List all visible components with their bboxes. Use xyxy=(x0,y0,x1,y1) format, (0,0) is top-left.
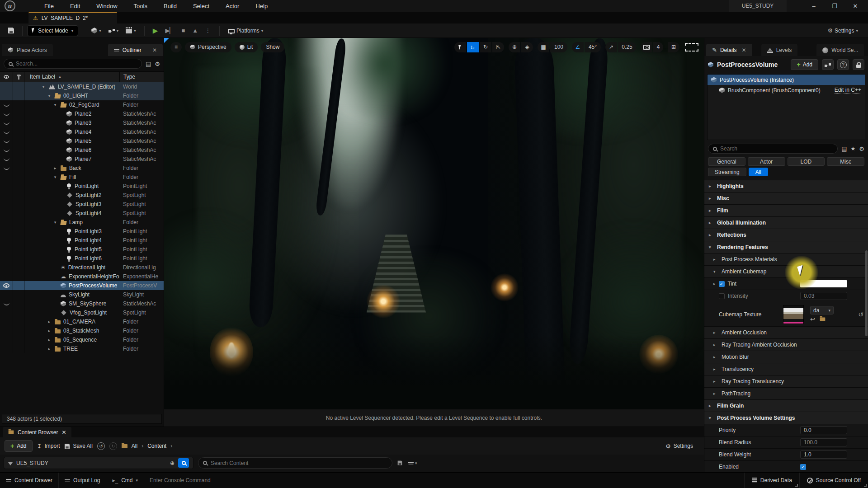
display-options-icon[interactable]: ▤ xyxy=(841,145,847,152)
outliner-row[interactable]: ▾ LV_SAMPLE_D (Editor) World xyxy=(0,82,164,91)
expander-icon[interactable]: ▸ xyxy=(47,347,52,351)
visibility-eye-icon[interactable] xyxy=(4,302,9,305)
back-button[interactable]: ↺ xyxy=(97,442,105,450)
stop-button[interactable]: ■ xyxy=(178,25,189,37)
close-tab-icon[interactable]: ✕ xyxy=(742,47,746,53)
breadcrumb-content[interactable]: Content xyxy=(147,443,166,449)
tab-details[interactable]: ✎ Details ✕ xyxy=(706,44,752,56)
breadcrumb-all[interactable]: All xyxy=(132,443,137,449)
expander-icon[interactable]: ▸ xyxy=(47,328,52,333)
eject-button[interactable]: ▲ xyxy=(189,25,202,37)
outliner-row[interactable]: PointLight PointLight xyxy=(0,182,164,191)
filter-chip[interactable]: LOD xyxy=(788,157,825,166)
visibility-eye-icon[interactable] xyxy=(4,122,9,125)
outliner-row[interactable]: ▾ 02_FogCard Folder xyxy=(0,100,164,109)
platforms-dropdown[interactable]: Platforms ▾ xyxy=(224,25,267,37)
import-button[interactable]: ↧ Import xyxy=(37,443,60,450)
reset-property-icon[interactable]: ↺ xyxy=(858,311,863,318)
grid-snap-value[interactable]: 100 xyxy=(550,42,567,52)
details-subsection[interactable]: ▸Ray Tracing Translucency xyxy=(704,375,868,388)
unreal-logo-icon[interactable]: u xyxy=(5,0,15,11)
outliner-row[interactable]: Vfog_SpotLight SpotLight xyxy=(0,308,164,317)
console-command-input[interactable]: Enter Console Command xyxy=(144,477,293,483)
outliner-row[interactable]: Plane7 StaticMeshAc xyxy=(0,155,164,164)
expander-icon[interactable]: ▾ xyxy=(47,94,52,98)
edit-in-cpp-link[interactable]: Edit in C++ xyxy=(835,87,861,94)
use-selected-asset-icon[interactable]: ↩ xyxy=(810,316,815,323)
menu-item[interactable]: Tools xyxy=(127,1,154,11)
blueprint-convert-button[interactable] xyxy=(822,59,834,70)
save-search-icon[interactable] xyxy=(397,460,402,465)
details-category-rendering-features[interactable]: ▾Rendering Features xyxy=(704,241,868,253)
intensity-checkbox[interactable] xyxy=(719,293,725,299)
sort-filter-button[interactable]: ▾ xyxy=(408,460,417,466)
play-options-button[interactable]: ⋮ xyxy=(202,25,215,37)
expander-icon[interactable]: ▸ xyxy=(47,338,52,342)
details-category[interactable]: ▸Misc xyxy=(704,192,868,205)
tab-levels[interactable]: Levels xyxy=(761,44,798,56)
details-subsection[interactable]: ▸PathTracing xyxy=(704,388,868,400)
cubemap-asset-dropdown[interactable]: da▾ xyxy=(810,306,834,314)
cinematics-button[interactable]: ▾ xyxy=(122,25,140,37)
derived-data-button[interactable]: Derived Data xyxy=(744,473,799,488)
blueprints-button[interactable]: ▾ xyxy=(105,25,123,37)
outliner-row[interactable]: Plane3 StaticMeshAc xyxy=(0,118,164,127)
outliner-row[interactable]: SkyLight SkyLight xyxy=(0,290,164,299)
menu-item[interactable]: Window xyxy=(90,1,123,11)
details-category[interactable]: ▸Film xyxy=(704,205,868,217)
minimize-button[interactable]: – xyxy=(809,3,818,9)
outliner-row[interactable]: Plane5 StaticMeshAc xyxy=(0,136,164,145)
column-item-label[interactable]: Item Label▲ xyxy=(24,74,119,80)
expander-icon[interactable]: ▾ xyxy=(52,175,58,179)
cmd-dropdown[interactable]: ▸_ Cmd ▾ xyxy=(106,473,144,488)
save-button[interactable] xyxy=(5,25,18,37)
outliner-row[interactable]: ▸ 03_StaticMesh Folder xyxy=(0,326,164,335)
property-value-input[interactable]: 1.0 xyxy=(800,450,847,459)
expander-icon[interactable]: ▾ xyxy=(41,84,46,89)
scale-snap-value[interactable]: 0.25 xyxy=(618,42,636,52)
details-category[interactable]: ▸Reflections xyxy=(704,229,868,241)
play-button[interactable]: ▶ xyxy=(149,25,162,37)
editor-settings-dropdown[interactable]: ⚙ Settings ▾ xyxy=(824,25,862,37)
outliner-row[interactable]: Plane2 StaticMeshAc xyxy=(0,109,164,118)
details-search-input[interactable]: Search xyxy=(708,144,838,154)
expander-icon[interactable]: ▾ xyxy=(52,220,58,225)
grid-snap-button[interactable]: ▦ xyxy=(538,42,549,52)
property-value-input[interactable]: 100.0 xyxy=(800,438,847,446)
surface-snap-button[interactable]: ◈ xyxy=(521,42,533,52)
outliner-row[interactable]: PointLight6 PointLight xyxy=(0,254,164,263)
outliner-row[interactable]: ☀ DirectionalLight DirectionalLig xyxy=(0,263,164,272)
menu-item[interactable]: Select xyxy=(187,1,216,11)
intensity-input[interactable]: 0.03 xyxy=(800,292,847,300)
select-mode-dropdown[interactable]: Select Mode ▾ xyxy=(27,25,78,36)
outliner-row[interactable]: ▾ Fill Folder xyxy=(0,173,164,182)
menu-item[interactable]: Edit xyxy=(64,1,86,11)
expander-icon[interactable]: ▾ xyxy=(52,103,58,107)
view-mode-dropdown[interactable]: Lit xyxy=(235,42,258,52)
details-settings-icon[interactable]: ⚙ xyxy=(859,145,864,152)
skip-button[interactable]: ▶▏ xyxy=(161,25,178,37)
outliner-row[interactable]: Plane4 StaticMeshAc xyxy=(0,127,164,136)
visibility-eye-icon[interactable] xyxy=(4,149,9,152)
outliner-row[interactable]: ▾ 00_LIGHT Folder xyxy=(0,91,164,100)
details-subsection-ppm[interactable]: ▸Post Process Materials xyxy=(704,253,868,266)
filter-chip[interactable]: Actor xyxy=(748,157,785,166)
viewport-scene[interactable] xyxy=(164,38,704,409)
outliner-row[interactable]: ▸ Back Folder xyxy=(0,164,164,173)
details-subsection[interactable]: ▸Translucency xyxy=(704,363,868,375)
outliner-row[interactable]: ▸ 01_CAMERA Folder xyxy=(0,317,164,326)
rotation-snap-button[interactable]: ∠ xyxy=(572,42,584,52)
pin-column-icon[interactable] xyxy=(18,76,19,80)
outliner-row[interactable]: SpotLight3 SpotLight xyxy=(0,200,164,209)
expander-icon[interactable]: ▸ xyxy=(47,319,52,324)
camera-speed-button[interactable] xyxy=(641,42,652,52)
visibility-eye-icon[interactable] xyxy=(4,131,9,134)
tab-outliner[interactable]: Outliner ✕ xyxy=(108,44,163,56)
level-viewport[interactable]: ≡ Perspective Lit Show ↔↕ ↻ ⇱ ⊕ ◈ ▦ 100 xyxy=(164,38,704,427)
cb-settings-button[interactable]: ⚙ Settings xyxy=(665,443,699,450)
rotate-tool-button[interactable]: ↻ xyxy=(480,42,491,52)
menu-item[interactable]: File xyxy=(38,1,60,11)
tint-expander-icon[interactable]: ▸ xyxy=(713,282,716,286)
rotation-snap-value[interactable]: 45° xyxy=(585,42,601,52)
outliner-row[interactable]: ▸ 05_Sequence Folder xyxy=(0,335,164,344)
